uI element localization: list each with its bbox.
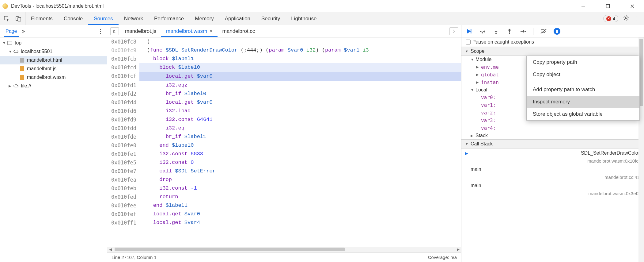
file-icon: [20, 66, 25, 71]
code-line[interactable]: 0x010fcb block $label1: [107, 55, 461, 63]
horizontal-scrollbar[interactable]: ◀▶: [107, 247, 461, 252]
code-line[interactable]: 0x010feb i32.const -1: [107, 184, 461, 193]
tab-nav-forward-icon[interactable]: [449, 27, 458, 35]
code-line[interactable]: 0x010fd9 i32.const 64641: [107, 115, 461, 124]
code-line[interactable]: 0x010fee end $label1: [107, 201, 461, 210]
file-tab-label: mandelbrot.js: [125, 28, 156, 34]
close-icon[interactable]: ×: [210, 29, 212, 34]
panel-tab-application[interactable]: Application: [219, 12, 256, 25]
code-line[interactable]: 0x010fcf local.get $var0: [107, 72, 461, 81]
svg-rect-8: [8, 41, 12, 45]
code-line[interactable]: 0x010fef local.get $var0: [107, 210, 461, 218]
line-address: 0x010fe5: [107, 158, 139, 167]
line-address: 0x010feb: [107, 184, 139, 193]
tree-row-top[interactable]: ▼ top: [0, 39, 107, 47]
tree-row-file[interactable]: mandelbrot.html: [0, 56, 107, 64]
callstack-frame[interactable]: ▶SDL_SetRenderDrawColor: [461, 148, 644, 158]
code-line[interactable]: 0x010fed return: [107, 193, 461, 201]
code-line[interactable]: 0x010fe0 end $label0: [107, 141, 461, 150]
code-text: block $label0: [139, 63, 461, 72]
panel-tab-console[interactable]: Console: [58, 12, 88, 25]
line-address: 0x010fd9: [107, 115, 139, 124]
source-code-view[interactable]: 0x010fc8 )0x010fc9 (func $SDL_SetRenderD…: [107, 37, 461, 247]
scope-section-header[interactable]: ▼Scope: [461, 47, 644, 56]
line-address: 0x010fdd: [107, 124, 139, 133]
callstack-section-header[interactable]: ▼Call Stack: [461, 139, 644, 148]
code-line[interactable]: 0x010fd6 i32.load: [107, 107, 461, 115]
window-maximize-button[interactable]: [602, 1, 614, 11]
svg-rect-1: [606, 4, 610, 8]
cursor-position-label: Line 27107, Column 1: [112, 255, 157, 260]
navigator-tab-page[interactable]: Page: [4, 25, 19, 37]
svg-rect-21: [556, 30, 557, 33]
code-line[interactable]: 0x010fd1 i32.eqz: [107, 81, 461, 90]
tree-label: localhost:5501: [21, 49, 52, 54]
step-over-icon[interactable]: [479, 28, 486, 35]
line-address: 0x010fe1: [107, 150, 139, 158]
window-frame-icon: [7, 40, 12, 45]
code-line[interactable]: 0x010fea drop: [107, 175, 461, 184]
panel-tab-security[interactable]: Security: [256, 12, 286, 25]
context-menu-item[interactable]: Store object as global variable: [527, 108, 639, 120]
navigator-overflow-icon[interactable]: »: [22, 28, 25, 34]
code-text: return: [139, 193, 461, 201]
context-menu-item[interactable]: Copy property path: [527, 56, 639, 68]
panel-tab-memory[interactable]: Memory: [189, 12, 219, 25]
tree-row-host[interactable]: ▼ localhost:5501: [0, 47, 107, 56]
step-into-icon[interactable]: [493, 28, 499, 35]
code-text: local.get $var0: [139, 72, 461, 81]
line-address: 0x010fd6: [107, 107, 139, 115]
code-line[interactable]: 0x010fdd i32.eq: [107, 124, 461, 133]
line-address: 0x010fe7: [107, 167, 139, 175]
window-minimize-button[interactable]: [577, 1, 589, 11]
code-text: (func $SDL_SetRenderDrawColor (;444;) (p…: [139, 46, 461, 55]
code-line[interactable]: 0x010fde br_if $label1: [107, 133, 461, 141]
code-line[interactable]: 0x010fd2 br_if $label0: [107, 90, 461, 98]
deactivate-breakpoints-icon[interactable]: [540, 28, 547, 35]
pause-on-exceptions-icon[interactable]: [554, 28, 560, 35]
scope-variable-row[interactable]: var4:: [461, 124, 644, 132]
panel-tab-elements[interactable]: Elements: [25, 12, 58, 25]
step-out-icon[interactable]: [506, 28, 513, 35]
pause-on-caught-checkbox-row[interactable]: Pause on caught exceptions: [461, 37, 644, 47]
scope-stack-header[interactable]: ▶Stack: [461, 132, 644, 139]
context-menu-item[interactable]: Copy object: [527, 68, 639, 81]
code-line[interactable]: 0x010fe5 i32.const 0: [107, 158, 461, 167]
code-line[interactable]: 0x010ff1 local.get $var4: [107, 218, 461, 227]
file-tab[interactable]: mandelbrot.js: [120, 25, 161, 37]
inspect-element-icon[interactable]: [4, 16, 10, 22]
settings-gear-icon[interactable]: [623, 15, 629, 22]
checkbox-icon[interactable]: [466, 40, 471, 44]
tree-row-file-scheme[interactable]: ▶ file://: [0, 82, 107, 90]
navigator-more-icon[interactable]: ⋮: [98, 28, 103, 35]
more-menu-icon[interactable]: ⋮: [634, 15, 640, 22]
callstack-frame[interactable]: main: [461, 165, 644, 174]
resume-button-icon[interactable]: [466, 28, 472, 35]
file-tab[interactable]: mandelbrot.wasm×: [161, 25, 218, 37]
svg-point-7: [625, 17, 627, 19]
code-line[interactable]: 0x010fc8 ): [107, 37, 461, 46]
tree-row-file[interactable]: mandelbrot.wasm: [0, 73, 107, 82]
line-address: 0x010fe0: [107, 141, 139, 150]
panel-tab-lighthouse[interactable]: Lighthouse: [286, 12, 322, 25]
code-line[interactable]: 0x010fc9 (func $SDL_SetRenderDrawColor (…: [107, 46, 461, 55]
tree-row-file[interactable]: mandelbrot.js: [0, 64, 107, 73]
panel-tab-sources[interactable]: Sources: [88, 12, 118, 25]
error-count-badge[interactable]: ✕ 4: [603, 15, 618, 22]
callstack-frame[interactable]: main: [461, 181, 644, 190]
panel-tab-network[interactable]: Network: [119, 12, 149, 25]
panel-tab-performance[interactable]: Performance: [149, 12, 189, 25]
svg-rect-6: [18, 17, 21, 21]
code-line[interactable]: 0x010fe1 i32.const 8833: [107, 150, 461, 158]
file-tab[interactable]: mandelbrot.cc: [218, 25, 260, 37]
step-icon[interactable]: [520, 28, 526, 35]
window-close-button[interactable]: [626, 1, 638, 11]
code-line[interactable]: 0x010fcd block $label0: [107, 63, 461, 72]
code-line[interactable]: 0x010fd4 local.get $var0: [107, 98, 461, 107]
file-tab-label: mandelbrot.wasm: [166, 28, 207, 34]
tab-nav-back-icon[interactable]: [110, 27, 119, 35]
code-line[interactable]: 0x010fe7 call $SDL_SetError: [107, 167, 461, 175]
context-menu-item[interactable]: Add property path to watch: [527, 83, 639, 96]
device-toggle-icon[interactable]: [15, 16, 21, 22]
context-menu-item[interactable]: Inspect memory: [527, 96, 639, 108]
